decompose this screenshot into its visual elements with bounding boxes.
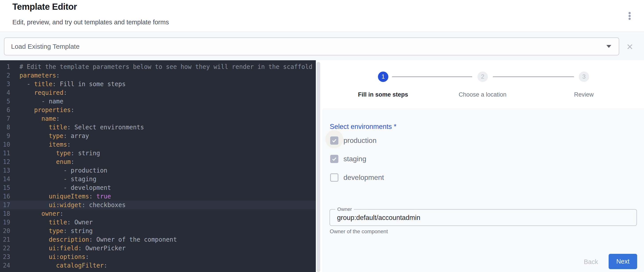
- code-line[interactable]: 19 title: Owner: [0, 218, 316, 227]
- code-line[interactable]: 3 - title: Fill in some steps: [0, 80, 316, 88]
- code-line[interactable]: 21 description: Owner of the component: [0, 235, 316, 244]
- checkbox-production[interactable]: [330, 137, 338, 145]
- check-icon: [331, 138, 337, 144]
- close-icon: [626, 43, 634, 51]
- code-line[interactable]: 8 title: Select environments: [0, 123, 316, 131]
- code-line[interactable]: 9 type: array: [0, 131, 316, 140]
- code-line[interactable]: 15 - development: [0, 183, 316, 192]
- check-icon: [331, 156, 337, 162]
- kebab-menu-icon: [628, 12, 631, 20]
- step-3-indicator[interactable]: 3: [579, 72, 589, 82]
- code-line[interactable]: 6 properties:: [0, 106, 316, 114]
- code-text: type: string: [20, 227, 93, 235]
- back-button[interactable]: Back: [578, 256, 604, 268]
- panel-divider: [316, 60, 322, 272]
- code-line[interactable]: 7 name:: [0, 114, 316, 123]
- code-text: type: array: [20, 131, 89, 140]
- code-line[interactable]: 20 type: string: [0, 227, 316, 235]
- code-text: # Edit the template parameters below to …: [20, 62, 312, 71]
- load-template-bar: Load Existing Template: [0, 33, 644, 60]
- code-text: - production: [20, 166, 107, 175]
- more-options-button[interactable]: [622, 9, 637, 23]
- checkbox-label: staging: [344, 155, 366, 163]
- code-line[interactable]: 14 - staging: [0, 175, 316, 183]
- stepper-connector: [493, 76, 574, 77]
- code-text: items:: [20, 140, 71, 149]
- code-line[interactable]: 18 owner:: [0, 209, 316, 218]
- close-button[interactable]: [624, 41, 636, 53]
- line-number: 13: [0, 166, 10, 175]
- code-line[interactable]: 23 ui:options:: [0, 252, 316, 261]
- checkbox-row-production[interactable]: production: [330, 135, 376, 146]
- line-number: 10: [0, 140, 10, 149]
- code-text: ui:field: OwnerPicker: [20, 244, 126, 252]
- code-line[interactable]: 22 ui:field: OwnerPicker: [0, 244, 316, 252]
- line-number: 11: [0, 149, 10, 158]
- code-lines: 1# Edit the template parameters below to…: [0, 62, 316, 270]
- code-text: enum:: [20, 158, 74, 166]
- checkbox-row-development[interactable]: development: [330, 172, 384, 183]
- stepper-connector: [392, 76, 472, 77]
- code-text: - title: Fill in some steps: [20, 80, 126, 88]
- code-line[interactable]: 2parameters:: [0, 71, 316, 80]
- checkbox-staging[interactable]: [330, 155, 338, 163]
- template-editor-page: Template Editor Edit, preview, and try o…: [0, 0, 644, 272]
- line-number: 12: [0, 158, 10, 166]
- checkbox-row-staging[interactable]: staging: [330, 154, 366, 164]
- code-text: type: string: [20, 149, 100, 158]
- step-3-label: Review: [546, 91, 622, 98]
- load-template-select-value: Load Existing Template: [11, 43, 606, 50]
- environments-group-label: Select environments *: [330, 123, 396, 131]
- line-number: 14: [0, 175, 10, 183]
- code-line[interactable]: 17 ui:widget: checkboxes: [0, 201, 316, 209]
- code-line[interactable]: 11 type: string: [0, 149, 316, 158]
- step-2-label: Choose a location: [445, 91, 520, 98]
- divider-handle[interactable]: [317, 62, 320, 272]
- code-text: parameters:: [20, 71, 60, 80]
- line-number: 4: [0, 88, 10, 97]
- code-line[interactable]: 24 catalogFilter:: [0, 261, 316, 270]
- line-number: 22: [0, 244, 10, 252]
- code-line[interactable]: 13 - production: [0, 166, 316, 175]
- code-editor[interactable]: 1# Edit the template parameters below to…: [0, 60, 316, 272]
- line-number: 16: [0, 192, 10, 201]
- code-text: - development: [20, 183, 111, 192]
- code-line[interactable]: 12 enum:: [0, 158, 316, 166]
- main-split: 1# Edit the template parameters below to…: [0, 60, 644, 272]
- code-text: catalogFilter:: [20, 261, 107, 270]
- code-text: - staging: [20, 175, 96, 183]
- form-card: Select environments * production: [322, 108, 644, 272]
- code-text: title: Owner: [20, 218, 93, 227]
- line-number: 8: [0, 123, 10, 131]
- page-subtitle: Edit, preview, and try out templates and…: [12, 19, 169, 26]
- line-number: 3: [0, 80, 10, 88]
- code-line[interactable]: 5 - name: [0, 97, 316, 106]
- code-line[interactable]: 10 items:: [0, 140, 316, 149]
- code-text: owner:: [20, 209, 64, 218]
- line-number: 1: [0, 62, 10, 71]
- step-1-indicator[interactable]: 1: [378, 72, 388, 82]
- page-title: Template Editor: [12, 2, 77, 12]
- code-line[interactable]: 16 uniqueItems: true: [0, 192, 316, 201]
- page-header: Template Editor Edit, preview, and try o…: [0, 0, 644, 32]
- step-2-indicator[interactable]: 2: [478, 72, 488, 82]
- line-number: 24: [0, 261, 10, 270]
- line-number: 15: [0, 183, 10, 192]
- code-text: uniqueItems: true: [20, 192, 111, 201]
- code-text: description: Owner of the component: [20, 235, 177, 244]
- code-text: - name: [20, 97, 64, 106]
- line-number: 23: [0, 252, 10, 261]
- line-number: 9: [0, 131, 10, 140]
- next-button[interactable]: Next: [608, 254, 637, 269]
- line-number: 19: [0, 218, 10, 227]
- code-line[interactable]: 4 required:: [0, 88, 316, 97]
- load-template-select[interactable]: Load Existing Template: [4, 37, 619, 55]
- code-line[interactable]: 1# Edit the template parameters below to…: [0, 62, 316, 71]
- code-text: required:: [20, 88, 67, 97]
- line-number: 6: [0, 106, 10, 114]
- checkbox-label: development: [344, 173, 384, 182]
- checkbox-development[interactable]: [330, 173, 338, 182]
- owner-input[interactable]: Owner group:default/accountadmin: [330, 209, 637, 226]
- line-number: 18: [0, 209, 10, 218]
- code-text: properties:: [20, 106, 74, 114]
